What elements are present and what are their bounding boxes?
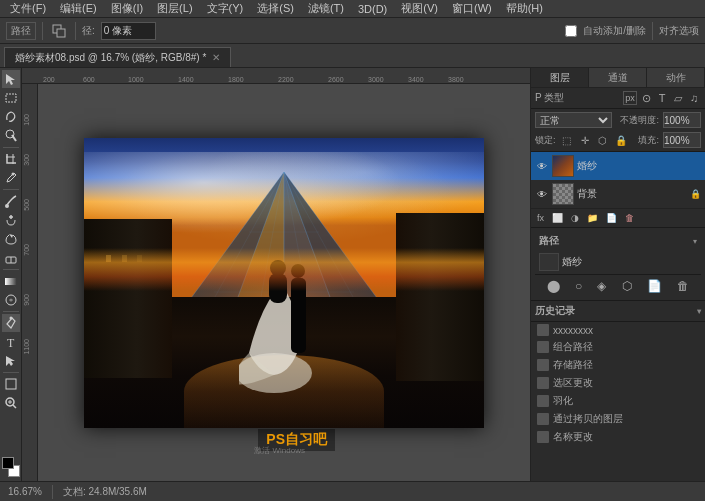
layer-visibility-bg[interactable]: 👁 [535,187,549,201]
history-name-5: 通过拷贝的图层 [553,412,623,426]
tool-brush[interactable] [2,192,20,210]
tool-eraser[interactable] [2,249,20,267]
filter-adj-icon[interactable]: ⊙ [639,91,653,105]
blend-mode-select[interactable]: 正常 [535,112,612,128]
menu-image[interactable]: 图像(I) [105,0,149,17]
path-new-icon[interactable]: 📄 [647,279,662,293]
path-item[interactable]: 婚纱 [535,250,701,274]
path-delete-icon[interactable]: 🗑 [677,279,689,293]
doc-tab[interactable]: 婚纱素材08.psd @ 16.7% (婚纱, RGB/8#) * ✕ [4,47,231,67]
lock-art-icon[interactable]: ⬡ [596,133,610,147]
doc-tab-close[interactable]: ✕ [212,52,220,63]
status-sep [52,485,53,499]
menu-view[interactable]: 视图(V) [395,0,444,17]
path-mask-icon[interactable]: ⬡ [622,279,632,293]
filter-smart-icon[interactable]: ♫ [687,91,701,105]
tool-eyedropper[interactable] [2,169,20,187]
history-icon-6 [537,431,549,443]
canvas-area[interactable]: 200 600 1000 1400 1800 2200 2600 3000 34… [22,68,530,481]
tab-actions[interactable]: 动作 [647,68,705,87]
path-mode-btn[interactable]: 路径 [6,22,36,40]
lock-pixel-icon[interactable]: ⬚ [560,133,574,147]
file-size-display: 文档: 24.8M/35.6M [63,485,147,499]
tool-sep5 [3,372,19,373]
lock-fill-row: 锁定: ⬚ ✛ ⬡ 🔒 填充: [535,131,701,149]
add-group-btn[interactable]: 📁 [585,212,600,224]
color-swatches[interactable] [2,457,20,477]
history-name-2: 存储路径 [553,358,593,372]
filter-shape-icon[interactable]: ▱ [671,91,685,105]
tab-layers[interactable]: 图层 [531,68,589,87]
menu-text[interactable]: 文字(Y) [201,0,250,17]
tool-marquee[interactable] [2,89,20,107]
tool-stamp[interactable] [2,211,20,229]
panels: 图层 通道 动作 P 类型 px ⊙ T ▱ ♫ [530,68,705,481]
history-icon-3 [537,377,549,389]
delete-layer-btn[interactable]: 🗑 [623,212,636,224]
history-item-2[interactable]: 存储路径 [531,356,705,374]
path-thumb-img [540,254,558,270]
svg-rect-15 [6,379,16,389]
menu-select[interactable]: 选择(S) [251,0,300,17]
history-name-0: xxxxxxxx [553,325,593,336]
layer-item-bg[interactable]: 👁 背景 🔒 [531,180,705,208]
history-arrow: ▾ [697,307,701,316]
tool-shape[interactable] [2,375,20,393]
radius-label: 径: [82,24,95,38]
filter-icons: px ⊙ T ▱ ♫ [623,91,701,105]
menu-window[interactable]: 窗口(W) [446,0,498,17]
svg-rect-3 [6,94,16,102]
history-item-3[interactable]: 选区更改 [531,374,705,392]
history-item-6[interactable]: 名称更改 [531,428,705,446]
opacity-input[interactable] [663,112,701,128]
doc-tab-title: 婚纱素材08.psd @ 16.7% (婚纱, RGB/8#) * [15,51,206,65]
layer-thumb-img-wedding [553,156,573,176]
layer-visibility-wedding[interactable]: 👁 [535,159,549,173]
lock-all-icon[interactable]: 🔒 [614,133,628,147]
path-stroke-icon[interactable]: ○ [575,279,582,293]
tool-path-select[interactable] [2,352,20,370]
history-item-0[interactable]: xxxxxxxx [531,322,705,338]
add-adj-btn[interactable]: ◑ [569,212,581,224]
svg-text:T: T [7,336,15,349]
fill-input[interactable] [663,132,701,148]
layer-item-wedding[interactable]: 👁 婚纱 [531,152,705,180]
ruler-mark: 2600 [328,76,344,83]
filter-type-icon[interactable]: T [655,91,669,105]
path-fill-icon[interactable]: ⬤ [547,279,560,293]
tool-move[interactable] [2,70,20,88]
history-icon-5 [537,413,549,425]
auto-add-delete-checkbox[interactable] [565,25,577,37]
tool-lasso[interactable] [2,108,20,126]
radius-input[interactable] [101,22,156,40]
tool-zoom[interactable] [2,394,20,412]
lock-pos-icon[interactable]: ✛ [578,133,592,147]
ruler-corner [22,68,38,84]
fx-button[interactable]: fx [535,212,546,224]
path-section-header[interactable]: 路径 ▾ [535,232,701,250]
tool-wand[interactable] [2,127,20,145]
add-mask-btn[interactable]: ⬜ [550,212,565,224]
menu-layer[interactable]: 图层(L) [151,0,198,17]
menu-file[interactable]: 文件(F) [4,0,52,17]
tool-pen[interactable] [2,314,20,332]
add-layer-btn[interactable]: 📄 [604,212,619,224]
filter-pixel-icon[interactable]: px [623,91,637,105]
svg-marker-2 [6,74,15,85]
tab-channels[interactable]: 通道 [589,68,647,87]
menu-3d[interactable]: 3D(D) [352,2,393,16]
history-item-4[interactable]: 羽化 [531,392,705,410]
tool-text[interactable]: T [2,333,20,351]
history-item-5[interactable]: 通过拷贝的图层 [531,410,705,428]
menu-help[interactable]: 帮助(H) [500,0,549,17]
fill-label: 填充: [638,134,659,147]
history-name-3: 选区更改 [553,376,593,390]
tool-gradient[interactable] [2,272,20,290]
path-select-icon[interactable]: ◈ [597,279,606,293]
tool-blur[interactable] [2,291,20,309]
tool-history-brush[interactable] [2,230,20,248]
history-item-1[interactable]: 组合路径 [531,338,705,356]
menu-edit[interactable]: 编辑(E) [54,0,103,17]
menu-filter[interactable]: 滤镜(T) [302,0,350,17]
tool-crop[interactable] [2,150,20,168]
